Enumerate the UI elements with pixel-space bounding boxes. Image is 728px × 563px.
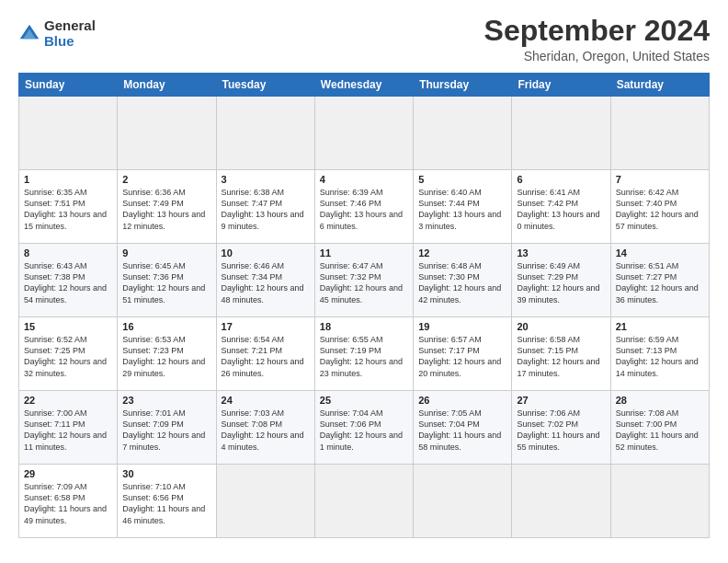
calendar-week-2: 8Sunrise: 6:43 AM Sunset: 7:38 PM Daylig… [19, 244, 710, 317]
day-number: 27 [517, 395, 605, 406]
day-number: 19 [418, 321, 506, 332]
cell-info: Sunrise: 7:03 AM Sunset: 7:08 PM Dayligh… [222, 408, 310, 453]
cell-info: Sunrise: 7:06 AM Sunset: 7:02 PM Dayligh… [517, 408, 605, 453]
calendar-cell: 10Sunrise: 6:46 AM Sunset: 7:34 PM Dayli… [216, 244, 314, 317]
cell-info: Sunrise: 6:47 AM Sunset: 7:32 PM Dayligh… [320, 260, 408, 305]
cell-info: Sunrise: 6:53 AM Sunset: 7:23 PM Dayligh… [122, 334, 210, 379]
calendar-cell: 14Sunrise: 6:51 AM Sunset: 7:27 PM Dayli… [610, 244, 709, 317]
logo: General Blue [18, 18, 96, 49]
cell-info: Sunrise: 6:43 AM Sunset: 7:38 PM Dayligh… [24, 260, 112, 305]
day-number: 8 [24, 247, 112, 259]
day-number: 17 [222, 321, 310, 332]
calendar-cell: 2Sunrise: 6:36 AM Sunset: 7:49 PM Daylig… [118, 170, 216, 244]
calendar-cell: 20Sunrise: 6:58 AM Sunset: 7:15 PM Dayli… [512, 317, 610, 391]
calendar-cell: 24Sunrise: 7:03 AM Sunset: 7:08 PM Dayli… [216, 391, 314, 465]
calendar-cell: 11Sunrise: 6:47 AM Sunset: 7:32 PM Dayli… [314, 244, 413, 317]
cell-info: Sunrise: 7:04 AM Sunset: 7:06 PM Dayligh… [320, 408, 408, 453]
cell-info: Sunrise: 6:49 AM Sunset: 7:29 PM Dayligh… [517, 260, 605, 305]
cell-info: Sunrise: 7:09 AM Sunset: 6:58 PM Dayligh… [24, 481, 112, 526]
day-number: 18 [320, 321, 408, 332]
calendar-cell: 13Sunrise: 6:49 AM Sunset: 7:29 PM Dayli… [512, 244, 610, 317]
month-title: September 2024 [484, 15, 710, 47]
cell-info: Sunrise: 7:00 AM Sunset: 7:11 PM Dayligh… [24, 408, 112, 453]
calendar-week-3: 15Sunrise: 6:52 AM Sunset: 7:25 PM Dayli… [19, 317, 710, 391]
location: Sheridan, Oregon, United States [484, 49, 710, 63]
calendar-cell: 8Sunrise: 6:43 AM Sunset: 7:38 PM Daylig… [19, 244, 118, 317]
calendar-cell [414, 97, 512, 170]
cell-info: Sunrise: 6:39 AM Sunset: 7:46 PM Dayligh… [320, 187, 408, 232]
calendar-cell: 16Sunrise: 6:53 AM Sunset: 7:23 PM Dayli… [118, 317, 216, 391]
calendar-cell: 18Sunrise: 6:55 AM Sunset: 7:19 PM Dayli… [314, 317, 413, 391]
day-number: 20 [517, 321, 605, 332]
calendar-cell: 12Sunrise: 6:48 AM Sunset: 7:30 PM Dayli… [414, 244, 512, 317]
day-number: 1 [24, 174, 112, 185]
calendar-cell: 28Sunrise: 7:08 AM Sunset: 7:00 PM Dayli… [610, 391, 709, 465]
calendar-cell: 22Sunrise: 7:00 AM Sunset: 7:11 PM Dayli… [19, 391, 118, 465]
col-wednesday: Wednesday [314, 74, 413, 97]
day-number: 4 [320, 174, 408, 185]
calendar-cell: 5Sunrise: 6:40 AM Sunset: 7:44 PM Daylig… [414, 170, 512, 244]
day-number: 2 [122, 174, 210, 185]
logo-icon [18, 23, 40, 45]
calendar-cell: 4Sunrise: 6:39 AM Sunset: 7:46 PM Daylig… [314, 170, 413, 244]
calendar-cell [216, 465, 314, 538]
cell-info: Sunrise: 6:59 AM Sunset: 7:13 PM Dayligh… [616, 334, 704, 379]
cell-info: Sunrise: 6:54 AM Sunset: 7:21 PM Dayligh… [222, 334, 310, 379]
cell-info: Sunrise: 7:01 AM Sunset: 7:09 PM Dayligh… [122, 408, 210, 453]
day-number: 12 [418, 247, 506, 259]
calendar-cell [314, 97, 413, 170]
cell-info: Sunrise: 6:57 AM Sunset: 7:17 PM Dayligh… [418, 334, 506, 379]
logo-general: General [44, 18, 96, 34]
col-saturday: Saturday [610, 74, 709, 97]
day-number: 24 [222, 395, 310, 406]
cell-info: Sunrise: 6:42 AM Sunset: 7:40 PM Dayligh… [616, 187, 704, 232]
header: General Blue September 2024 Sheridan, Or… [18, 15, 710, 63]
calendar-week-4: 22Sunrise: 7:00 AM Sunset: 7:11 PM Dayli… [19, 391, 710, 465]
cell-info: Sunrise: 6:36 AM Sunset: 7:49 PM Dayligh… [122, 187, 210, 232]
cell-info: Sunrise: 7:08 AM Sunset: 7:00 PM Dayligh… [616, 408, 704, 453]
title-block: September 2024 Sheridan, Oregon, United … [484, 15, 710, 63]
calendar-cell: 6Sunrise: 6:41 AM Sunset: 7:42 PM Daylig… [512, 170, 610, 244]
col-sunday: Sunday [19, 74, 118, 97]
calendar-cell: 17Sunrise: 6:54 AM Sunset: 7:21 PM Dayli… [216, 317, 314, 391]
header-row: Sunday Monday Tuesday Wednesday Thursday… [19, 74, 710, 97]
day-number: 13 [517, 247, 605, 259]
calendar-cell [314, 465, 413, 538]
calendar-cell: 9Sunrise: 6:45 AM Sunset: 7:36 PM Daylig… [118, 244, 216, 317]
calendar-table: Sunday Monday Tuesday Wednesday Thursday… [18, 73, 710, 538]
day-number: 11 [320, 247, 408, 259]
cell-info: Sunrise: 6:46 AM Sunset: 7:34 PM Dayligh… [222, 260, 310, 305]
calendar-cell [118, 97, 216, 170]
day-number: 30 [122, 468, 210, 479]
page: General Blue September 2024 Sheridan, Or… [0, 0, 728, 563]
cell-info: Sunrise: 6:38 AM Sunset: 7:47 PM Dayligh… [222, 187, 310, 232]
day-number: 26 [418, 395, 506, 406]
calendar-cell: 1Sunrise: 6:35 AM Sunset: 7:51 PM Daylig… [19, 170, 118, 244]
calendar-cell [512, 465, 610, 538]
day-number: 3 [222, 174, 310, 185]
calendar-cell: 29Sunrise: 7:09 AM Sunset: 6:58 PM Dayli… [19, 465, 118, 538]
day-number: 9 [122, 247, 210, 259]
day-number: 22 [24, 395, 112, 406]
cell-info: Sunrise: 7:05 AM Sunset: 7:04 PM Dayligh… [418, 408, 506, 453]
col-monday: Monday [118, 74, 216, 97]
calendar-cell [512, 97, 610, 170]
calendar-cell [610, 465, 709, 538]
calendar-cell: 26Sunrise: 7:05 AM Sunset: 7:04 PM Dayli… [414, 391, 512, 465]
day-number: 16 [122, 321, 210, 332]
calendar-week-5: 29Sunrise: 7:09 AM Sunset: 6:58 PM Dayli… [19, 465, 710, 538]
calendar-cell [216, 97, 314, 170]
day-number: 29 [24, 468, 112, 479]
day-number: 10 [222, 247, 310, 259]
day-number: 25 [320, 395, 408, 406]
cell-info: Sunrise: 6:40 AM Sunset: 7:44 PM Dayligh… [418, 187, 506, 232]
calendar-cell: 27Sunrise: 7:06 AM Sunset: 7:02 PM Dayli… [512, 391, 610, 465]
cell-info: Sunrise: 6:58 AM Sunset: 7:15 PM Dayligh… [517, 334, 605, 379]
col-friday: Friday [512, 74, 610, 97]
logo-text: General Blue [44, 18, 96, 49]
day-number: 23 [122, 395, 210, 406]
calendar-cell: 30Sunrise: 7:10 AM Sunset: 6:56 PM Dayli… [118, 465, 216, 538]
calendar-cell: 25Sunrise: 7:04 AM Sunset: 7:06 PM Dayli… [314, 391, 413, 465]
calendar-week-0 [19, 97, 710, 170]
day-number: 7 [616, 174, 704, 185]
